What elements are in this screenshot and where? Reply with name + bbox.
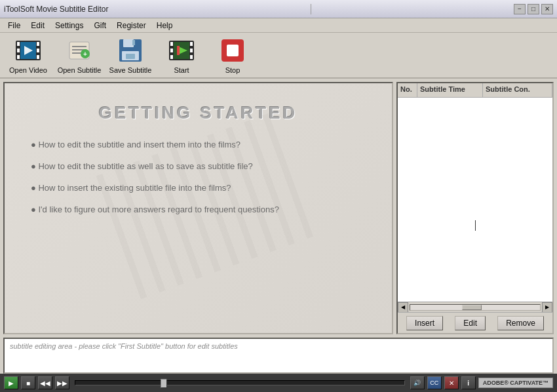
progress-bar[interactable] [75,380,405,385]
svg-rect-3 [17,55,20,59]
subtitle-edit-area[interactable]: subtitle editing area - please click "Fi… [3,338,554,374]
svg-rect-1 [17,42,20,46]
preview-content: GETTING STARTED ● How to edit the subtit… [5,83,392,333]
bullet-dot-2: ● [31,161,38,171]
menu-register[interactable]: Register [111,20,151,31]
cc-button[interactable]: CC [427,376,442,389]
open-video-label: Open Video [9,66,47,74]
open-subtitle-label: Open Subtitle [58,66,102,74]
bullet-dot-3: ● [31,183,38,193]
col-content: Subtitle Con. [483,83,552,97]
bullet-4: ● I'd like to figure out more answers re… [24,205,372,214]
svg-rect-29 [177,46,180,55]
bullet-dot-1: ● [31,140,38,149]
scroll-right-arrow[interactable]: ▶ [542,302,552,313]
preview-panel: GETTING STARTED ● How to edit the subtit… [3,82,393,334]
captivate-badge: ADOBE® CAPTIVATE™ [478,378,553,388]
next-button[interactable]: ▶▶ [55,376,69,389]
svg-rect-21 [170,42,173,46]
close-player-button[interactable]: ✕ [444,376,459,389]
col-no: No. [398,83,417,97]
main-area: GETTING STARTED ● How to edit the subtit… [0,79,557,338]
stop-button[interactable]: Stop [210,35,256,75]
getting-started-title: GETTING STARTED [24,103,372,123]
horizontal-scrollbar[interactable]: ◀ ▶ [398,302,552,312]
insert-button[interactable]: Insert [406,316,443,330]
subtitle-edit-placeholder: subtitle editing area - please click "Fi… [10,342,238,350]
minimize-button[interactable]: − [514,4,526,14]
svg-rect-22 [170,49,173,52]
svg-rect-17 [132,40,135,45]
scroll-thumb[interactable] [462,305,482,310]
svg-rect-31 [227,45,239,56]
start-icon [168,37,195,64]
info-button[interactable]: i [461,376,476,389]
open-video-icon [14,37,42,64]
open-video-button[interactable]: Open Video [5,35,51,75]
svg-rect-26 [190,55,193,59]
menu-bar: File Edit Settings Gift Register Help [0,18,557,33]
bullet-2: ● How to edit the subtitle as well as to… [24,161,372,171]
subtitle-table-header: No. Subtitle Time Subtitle Con. [398,83,552,98]
menu-help[interactable]: Help [151,20,178,31]
close-button[interactable]: ✕ [541,4,553,14]
stop-icon [219,37,246,64]
title-bar: iToolSoft Movie Subtitle Editor − □ ✕ [0,0,557,18]
open-subtitle-icon: + [66,37,93,64]
start-button[interactable]: Start [159,35,204,75]
volume-button[interactable]: 🔊 [410,376,425,389]
col-time: Subtitle Time [417,83,483,97]
svg-rect-19 [126,54,135,59]
save-subtitle-label: Save Subtitle [109,66,152,74]
save-subtitle-button[interactable]: Save Subtitle [107,35,153,75]
remove-button[interactable]: Remove [497,316,544,330]
svg-rect-6 [37,55,39,59]
player-bar: ▶ ■ ◀◀ ▶▶ 🔊 CC ✕ i ADOBE® CAPTIVATE™ [0,374,557,392]
window-title: iToolSoft Movie Subtitle Editor [4,5,108,14]
subtitle-panel: No. Subtitle Time Subtitle Con. ◀ ▶ Inse… [396,82,554,334]
open-subtitle-button[interactable]: + Open Subtitle [56,35,102,75]
bullet-dot-4: ● [31,205,38,214]
window-controls: − □ ✕ [514,4,553,14]
menu-file[interactable]: File [3,20,26,31]
prev-button[interactable]: ◀◀ [38,376,52,389]
play-button[interactable]: ▶ [4,376,18,389]
svg-rect-16 [123,39,134,47]
svg-rect-2 [17,49,20,52]
progress-thumb[interactable] [161,379,167,388]
edit-button[interactable]: Edit [455,316,486,330]
stop-label: Stop [225,66,240,74]
toolbar: Open Video + Open Subtitle [0,33,557,79]
start-label: Start [174,66,189,74]
subtitle-table-body [398,98,552,302]
save-subtitle-icon [117,37,144,64]
svg-rect-4 [37,42,39,46]
menu-edit[interactable]: Edit [26,20,50,31]
bullet-1: ● How to edit the subtitle and insert th… [24,140,372,149]
menu-settings[interactable]: Settings [50,20,88,31]
svg-rect-24 [190,42,193,46]
scroll-track[interactable] [410,304,541,311]
svg-text:+: + [83,50,87,58]
svg-rect-23 [170,55,173,59]
stop-player-button[interactable]: ■ [21,376,35,389]
bullet-3: ● How to insert the existing subtitle fi… [24,183,372,193]
svg-rect-25 [190,49,193,52]
subtitle-actions: Insert Edit Remove [398,312,552,333]
scroll-left-arrow[interactable]: ◀ [398,302,408,313]
menu-gift[interactable]: Gift [88,20,111,31]
maximize-button[interactable]: □ [528,4,539,14]
cursor-line [475,220,476,231]
svg-rect-5 [37,49,39,52]
